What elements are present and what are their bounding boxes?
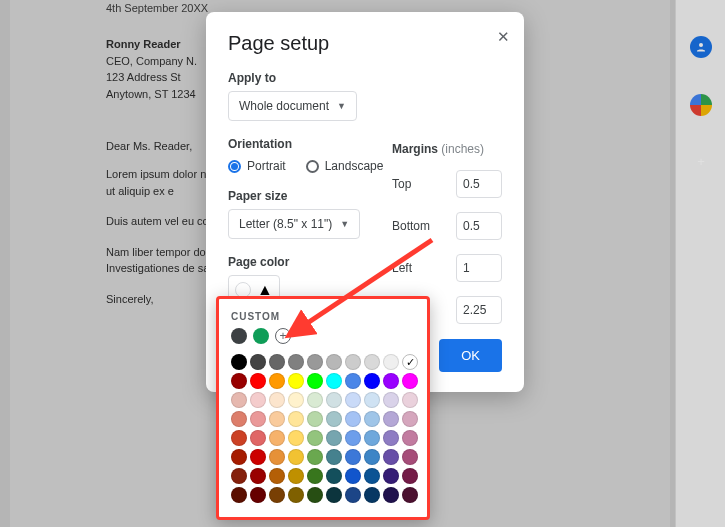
color-picker-popover: CUSTOM + — [216, 296, 430, 520]
margin-bottom-label: Bottom — [392, 219, 430, 233]
color-swatch[interactable] — [250, 430, 266, 446]
color-swatch[interactable] — [269, 373, 285, 389]
color-swatch[interactable] — [383, 411, 399, 427]
color-swatch[interactable] — [326, 449, 342, 465]
add-custom-color-button[interactable]: + — [275, 328, 291, 344]
color-swatch[interactable] — [383, 468, 399, 484]
custom-color-swatch[interactable] — [231, 328, 247, 344]
color-swatch[interactable] — [326, 430, 342, 446]
color-swatch[interactable] — [402, 449, 418, 465]
color-swatch[interactable] — [326, 468, 342, 484]
color-swatch[interactable] — [288, 373, 304, 389]
color-swatch[interactable] — [364, 373, 380, 389]
color-swatch[interactable] — [345, 468, 361, 484]
color-swatch[interactable] — [250, 468, 266, 484]
orientation-portrait-radio[interactable]: Portrait — [228, 159, 286, 173]
color-swatch[interactable] — [345, 487, 361, 503]
color-swatch[interactable] — [364, 449, 380, 465]
color-swatch[interactable] — [231, 449, 247, 465]
color-swatch[interactable] — [250, 373, 266, 389]
color-swatch[interactable] — [250, 449, 266, 465]
color-swatch[interactable] — [269, 411, 285, 427]
color-swatch[interactable] — [288, 354, 304, 370]
margins-unit: (inches) — [441, 142, 484, 156]
color-swatch[interactable] — [383, 449, 399, 465]
color-swatch[interactable] — [307, 354, 323, 370]
color-swatch[interactable] — [402, 411, 418, 427]
color-swatch[interactable] — [250, 354, 266, 370]
color-swatch[interactable] — [231, 430, 247, 446]
color-swatch[interactable] — [269, 487, 285, 503]
color-swatch[interactable] — [383, 373, 399, 389]
color-swatch[interactable] — [402, 354, 418, 370]
color-swatch[interactable] — [307, 468, 323, 484]
paper-size-dropdown[interactable]: Letter (8.5" x 11") ▼ — [228, 209, 360, 239]
color-swatch[interactable] — [402, 430, 418, 446]
color-swatch[interactable] — [307, 411, 323, 427]
color-swatch[interactable] — [269, 468, 285, 484]
color-swatch[interactable] — [307, 373, 323, 389]
color-swatch[interactable] — [364, 354, 380, 370]
color-swatch[interactable] — [383, 487, 399, 503]
color-swatch[interactable] — [288, 449, 304, 465]
color-swatch[interactable] — [269, 430, 285, 446]
color-swatch[interactable] — [364, 468, 380, 484]
margin-top-field[interactable] — [456, 170, 502, 198]
color-swatch[interactable] — [288, 411, 304, 427]
color-swatch[interactable] — [364, 411, 380, 427]
color-swatch[interactable] — [250, 411, 266, 427]
color-swatch[interactable] — [288, 487, 304, 503]
color-swatch[interactable] — [231, 487, 247, 503]
color-swatch[interactable] — [231, 468, 247, 484]
orientation-landscape-radio[interactable]: Landscape — [306, 159, 384, 173]
color-swatch[interactable] — [250, 487, 266, 503]
margin-bottom-field[interactable] — [456, 212, 502, 240]
color-swatch[interactable] — [364, 392, 380, 408]
color-swatch[interactable] — [288, 468, 304, 484]
color-swatch[interactable] — [231, 354, 247, 370]
color-swatch[interactable] — [345, 411, 361, 427]
margin-top-label: Top — [392, 177, 411, 191]
color-swatch[interactable] — [307, 487, 323, 503]
color-swatch[interactable] — [326, 354, 342, 370]
color-swatch[interactable] — [383, 354, 399, 370]
custom-color-swatch[interactable] — [253, 328, 269, 344]
color-swatch[interactable] — [307, 430, 323, 446]
color-swatch[interactable] — [250, 392, 266, 408]
color-swatch[interactable] — [345, 392, 361, 408]
color-swatch[interactable] — [269, 392, 285, 408]
color-swatch[interactable] — [288, 392, 304, 408]
landscape-label: Landscape — [325, 159, 384, 173]
color-swatch[interactable] — [307, 449, 323, 465]
radio-dot-icon — [306, 160, 319, 173]
color-swatch[interactable] — [345, 354, 361, 370]
color-swatch[interactable] — [383, 392, 399, 408]
margin-right-field[interactable] — [456, 296, 502, 324]
color-swatch[interactable] — [402, 468, 418, 484]
ok-button[interactable]: OK — [439, 339, 502, 372]
margin-left-field[interactable] — [456, 254, 502, 282]
color-swatch[interactable] — [402, 373, 418, 389]
color-swatch[interactable] — [345, 449, 361, 465]
color-swatch[interactable] — [288, 430, 304, 446]
color-swatch[interactable] — [269, 449, 285, 465]
color-swatch[interactable] — [383, 430, 399, 446]
color-swatch[interactable] — [231, 392, 247, 408]
portrait-label: Portrait — [247, 159, 286, 173]
color-swatch[interactable] — [269, 354, 285, 370]
color-swatch[interactable] — [231, 373, 247, 389]
color-swatch[interactable] — [326, 487, 342, 503]
color-swatch[interactable] — [364, 430, 380, 446]
color-swatch[interactable] — [402, 392, 418, 408]
color-swatch[interactable] — [402, 487, 418, 503]
color-swatch[interactable] — [326, 373, 342, 389]
color-swatch[interactable] — [345, 373, 361, 389]
color-swatch[interactable] — [345, 430, 361, 446]
color-swatch[interactable] — [364, 487, 380, 503]
apply-to-dropdown[interactable]: Whole document ▼ — [228, 91, 357, 121]
color-swatch[interactable] — [307, 392, 323, 408]
close-icon[interactable]: ✕ — [497, 28, 510, 46]
color-swatch[interactable] — [231, 411, 247, 427]
color-swatch[interactable] — [326, 392, 342, 408]
color-swatch[interactable] — [326, 411, 342, 427]
